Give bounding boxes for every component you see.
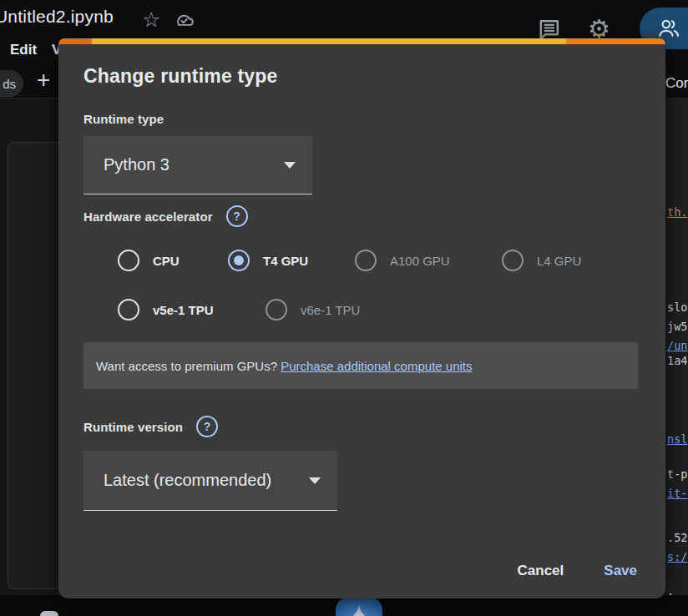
code-link-fragment[interactable]: it- bbox=[667, 487, 687, 500]
code-fragment: t-p bbox=[667, 467, 687, 481]
save-button[interactable]: Save bbox=[604, 563, 637, 579]
gemini-spark-button[interactable] bbox=[336, 597, 382, 616]
code-link-fragment[interactable]: /un bbox=[667, 339, 687, 352]
change-runtime-dialog: Change runtime type Runtime type Python … bbox=[58, 38, 665, 598]
dialog-title: Change runtime type bbox=[83, 65, 278, 88]
star-icon[interactable]: ☆ bbox=[142, 8, 160, 32]
progress-bar bbox=[58, 38, 665, 44]
chevron-down-icon bbox=[309, 477, 321, 484]
radio-v6e1-tpu[interactable]: v6e-1 TPU bbox=[266, 299, 360, 321]
radio-button-icon bbox=[355, 250, 377, 271]
radio-cpu[interactable]: CPU bbox=[118, 250, 180, 271]
cancel-button[interactable]: Cancel bbox=[518, 563, 564, 579]
runtime-version-select[interactable]: Latest (recommended) bbox=[83, 451, 337, 511]
code-fragment: slo bbox=[667, 300, 687, 314]
radio-button-icon bbox=[266, 299, 287, 321]
code-fragment: . bbox=[667, 584, 674, 595]
menu-edit[interactable]: Edit bbox=[10, 42, 37, 58]
radio-button-icon bbox=[118, 250, 139, 271]
help-icon[interactable]: ? bbox=[226, 205, 248, 227]
help-icon[interactable]: ? bbox=[196, 416, 218, 437]
code-fragment: 1a4 bbox=[667, 354, 687, 367]
code-link-fragment[interactable]: nsl bbox=[667, 432, 687, 446]
connect-button-partial[interactable]: Con bbox=[665, 75, 688, 92]
spark-icon bbox=[343, 603, 375, 616]
radio-button-icon bbox=[118, 299, 139, 321]
radio-button-icon bbox=[502, 250, 524, 271]
code-link-fragment[interactable]: th. bbox=[667, 205, 687, 219]
cloud-saved-icon[interactable] bbox=[170, 10, 198, 36]
radio-v5e1-tpu[interactable]: v5e-1 TPU bbox=[118, 299, 214, 321]
notebook-filename[interactable]: Untitled2.ipynb bbox=[0, 7, 114, 27]
premium-gpu-banner: Want access to premium GPUs? Purchase ad… bbox=[83, 342, 638, 389]
chevron-down-icon bbox=[284, 162, 296, 169]
code-fragment: jw5 bbox=[667, 320, 687, 333]
people-icon bbox=[655, 16, 683, 41]
code-link-fragment[interactable]: s:/ bbox=[667, 550, 687, 563]
add-cell-button[interactable]: + bbox=[37, 67, 50, 93]
runtime-type-value: Python 3 bbox=[83, 155, 169, 174]
radio-button-icon bbox=[228, 250, 250, 271]
banner-text: Want access to premium GPUs? bbox=[96, 359, 281, 373]
commands-pill-partial[interactable]: ds bbox=[0, 70, 23, 97]
code-fragment: .52 bbox=[667, 531, 687, 544]
runtime-version-label: Runtime version bbox=[83, 420, 183, 434]
cell-toolbar-handle[interactable] bbox=[40, 611, 58, 616]
code-strip: th.slojw5/un1a4nslt-pit-.52s:/. bbox=[665, 98, 688, 595]
runtime-version-value: Latest (recommended) bbox=[83, 471, 271, 490]
radio-l4-gpu[interactable]: L4 GPU bbox=[502, 250, 581, 271]
radio-t4-gpu[interactable]: T4 GPU bbox=[228, 250, 308, 271]
radio-a100-gpu[interactable]: A100 GPU bbox=[355, 250, 450, 271]
hardware-accelerator-label: Hardware accelerator bbox=[83, 210, 213, 224]
runtime-type-select[interactable]: Python 3 bbox=[83, 136, 312, 194]
runtime-type-label: Runtime type bbox=[83, 112, 164, 126]
purchase-compute-units-link[interactable]: Purchase additional compute units bbox=[281, 359, 472, 373]
